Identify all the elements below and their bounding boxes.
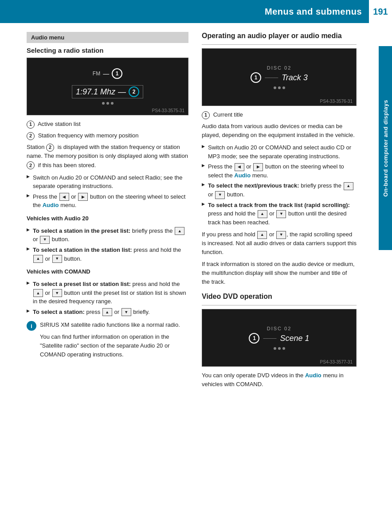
divider-1 xyxy=(202,44,357,45)
indicator-row-2 xyxy=(274,86,285,89)
info-text-1: SIRIUS XM satellite radio functions like… xyxy=(40,321,188,329)
info-icon: i xyxy=(27,321,36,331)
audio-menu-section-box: Audio menu xyxy=(27,32,188,43)
video-dvd-section: Video DVD operation DISC 02 1 ————— Scen… xyxy=(202,293,357,389)
info-text-2: You can find further information on oper… xyxy=(40,332,188,359)
btn-dn-1: ▼ xyxy=(40,236,50,244)
btn-dn-2: ▼ xyxy=(52,255,62,263)
page-number: 191 xyxy=(369,0,392,23)
btn-up-2: ▲ xyxy=(33,255,43,263)
right-body1: Audio data from various audio devices or… xyxy=(202,122,357,140)
ps-label-video: PS4-33-3577-31 xyxy=(320,360,353,364)
info-box: i SIRIUS XM satellite radio functions li… xyxy=(27,321,188,362)
indicator-row xyxy=(102,102,114,105)
bullet-preset-list: To select a station in the preset list: … xyxy=(27,226,188,245)
subsection-title: Selecting a radio station xyxy=(27,47,188,54)
btn-fwd-r: ▶ xyxy=(253,163,263,171)
btn-back-r: ◀ xyxy=(235,163,244,171)
right-bullet-4: To select a track from the track list (r… xyxy=(202,200,357,228)
btn-dn-r2: ▼ xyxy=(276,210,286,218)
scene-name: Scene 1 xyxy=(280,334,309,343)
btn-dn-3: ▼ xyxy=(52,289,62,297)
right-body2: If you press and hold ▲ or ▼, the rapid … xyxy=(202,230,357,257)
sidebar-label-text: On-board computer and displays xyxy=(382,100,389,197)
video-body: You can only operate DVD videos in the A… xyxy=(202,371,357,389)
header-title: Menus and submenus xyxy=(265,7,369,17)
vehicles-comand-title: Vehicles with COMAND xyxy=(27,267,188,276)
btn-dn-r3: ▼ xyxy=(276,231,286,239)
disc-label-2: DISC 02 xyxy=(267,326,292,331)
video-dvd-title: Video DVD operation xyxy=(202,293,357,301)
right-column: Operating an audio player or audio media… xyxy=(197,23,379,400)
btn-up-4: ▲ xyxy=(102,308,112,316)
circle-2-radio: 2 xyxy=(129,86,139,97)
bullet-list-comand: To select a preset list or station list:… xyxy=(27,279,188,317)
bullet-list-1: Switch on Audio 20 or COMAND and select … xyxy=(27,172,188,211)
right-bullet-1: Switch on Audio 20 or COMAND and select … xyxy=(202,142,357,161)
right-section-title: Operating an audio player or audio media xyxy=(202,32,357,40)
divider-2 xyxy=(202,305,357,305)
bullet-item-1: Switch on Audio 20 or COMAND and select … xyxy=(27,172,188,192)
right-bullet-2: Press the ◀ or ▶ button on the steering … xyxy=(202,161,357,180)
callout-1: 1 xyxy=(27,121,35,129)
audio-link-video: Audio xyxy=(305,372,321,379)
callout-2: 2 xyxy=(27,132,35,140)
bullet-list-audio20: To select a station in the preset list: … xyxy=(27,226,188,264)
right-callout1: 1 Current title xyxy=(202,110,357,119)
scene-row: 1 ————— Scene 1 xyxy=(249,333,309,344)
fm-label: FM xyxy=(93,70,100,77)
freq-display: 1:97.1 Mhz — 2 xyxy=(72,85,143,98)
vehicles-audio20-title: Vehicles with Audio 20 xyxy=(27,214,188,223)
circle-1-radio: 1 xyxy=(112,68,122,79)
btn-back: ◀ xyxy=(59,193,69,201)
left-column: Audio menu Selecting a radio station FM … xyxy=(0,23,197,400)
radio-screenshot: FM — 1 1:97.1 Mhz — 2 PS4-33-3575-31 xyxy=(27,58,188,115)
btn-up-3: ▲ xyxy=(33,289,43,297)
track-name: Track 3 xyxy=(282,73,308,82)
btn-dn-4: ▼ xyxy=(122,308,131,316)
bullet-item-2: Press the ◀ or ▶ button on the steering … xyxy=(27,192,188,211)
body-paragraph-1: Station 2 is displayed with the station … xyxy=(27,143,188,169)
audio-link-r: Audio xyxy=(234,172,251,179)
audio-link: Audio xyxy=(43,202,59,208)
bullet-preset-or-station: To select a preset list or station list:… xyxy=(27,279,188,307)
circle-1-video: 1 xyxy=(249,333,259,344)
btn-up-r3: ▲ xyxy=(257,231,267,239)
bullet-select-station: To select a station: press ▲ or ▼ briefl… xyxy=(27,307,188,317)
right-body3: If track information is stored on the au… xyxy=(202,260,357,286)
btn-fwd: ▶ xyxy=(78,193,88,201)
btn-dn-r1: ▼ xyxy=(215,191,225,199)
circle-1-audio: 1 xyxy=(251,72,261,83)
btn-up-r2: ▲ xyxy=(258,210,267,218)
btn-up-1: ▲ xyxy=(175,227,184,235)
disc-label-1: DISC 02 xyxy=(267,65,292,70)
audio-player-screenshot: DISC 02 1 ————— Track 3 PS4-33-3576-31 xyxy=(202,48,357,106)
callout1-line: 1 Active station list xyxy=(27,120,188,129)
page-header: Menus and submenus 191 xyxy=(0,0,392,23)
track-row: 1 ————— Track 3 xyxy=(251,72,308,83)
right-bullet-list: Switch on Audio 20 or COMAND and select … xyxy=(202,142,357,227)
video-screenshot: DISC 02 1 ————— Scene 1 PS4-33-3577-31 xyxy=(202,309,357,367)
right-bullet-3: To select the next/previous track: brief… xyxy=(202,180,357,200)
callout-1-right: 1 xyxy=(202,111,210,119)
callout2-line: 2 Station frequency with memory position xyxy=(27,131,188,140)
sidebar-label: On-board computer and displays xyxy=(379,46,392,250)
bullet-station-list: To select a station in the station list:… xyxy=(27,245,188,264)
info-text: SIRIUS XM satellite radio functions like… xyxy=(40,321,188,362)
btn-up-r1: ▲ xyxy=(344,182,353,190)
indicator-row-3 xyxy=(274,347,285,350)
ps-label-radio: PS4-33-3575-31 xyxy=(152,108,184,113)
ps-label-audio: PS4-33-3576-31 xyxy=(320,99,353,104)
